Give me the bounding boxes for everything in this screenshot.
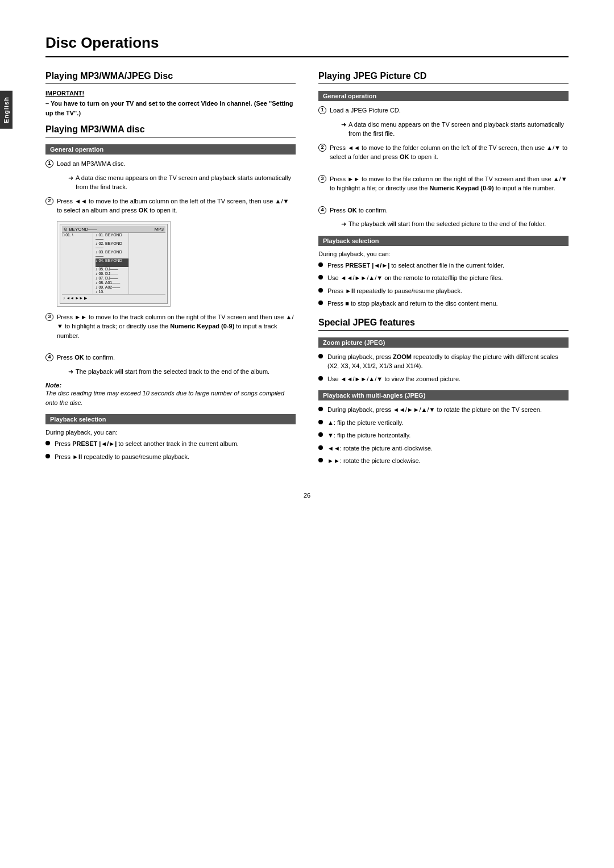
disc-screenshot-inner: ⊙ BEYOND—— MP3 □ 01. \ ♪ 01. BEYOND—— ♪ … — [60, 224, 168, 304]
bullet-text-1: Press PRESET |◄/►| to select another tra… — [55, 439, 239, 449]
step-2-jpeg-text: Press ◄◄ to move to the folder column on… — [330, 143, 569, 162]
track-08: ♪ 08. A01—— — [96, 281, 128, 285]
step-4-mp3: 4 Press OK to confirm. — [45, 353, 296, 362]
step-1-jpeg-arrow: ➜ A data disc menu appears on the TV scr… — [341, 120, 569, 139]
bullet-dot-m4 — [318, 445, 323, 450]
disc-col-tracks: ♪ 01. BEYOND—— ♪ 02. BEYOND—— ♪ 03. BEYO… — [93, 233, 128, 294]
track-04-highlight: ♪ 04. BEYOND—— — [96, 258, 128, 267]
bullet-zoom-2: Use ◄◄/►►/▲/▼ to view the zoomed picture… — [318, 374, 569, 384]
subsection-multi-angles: Playback with multi-angles (JPEG) — [318, 390, 569, 400]
bullet-text-m3: ▼: flip the picture horizontally. — [327, 431, 410, 440]
note-text: The disc reading time may exceed 10 seco… — [45, 389, 296, 407]
bullet-ma-5: ►►: rotate the picture clockwise. — [318, 456, 569, 466]
step-4-arrow: ➜ The playback will start from the selec… — [68, 367, 296, 377]
note-label: Note: — [45, 382, 296, 389]
bullet-text-r2: Use ◄◄/►►/▲/▼ on the remote to rotate/fl… — [327, 273, 503, 283]
bullet-pause-right: Press ►II repeatedly to pause/resume pla… — [318, 286, 569, 296]
right-column: Playing JPEG Picture CD General operatio… — [318, 71, 569, 469]
step-3-mp3: 3 Press ►► to move to the track column o… — [45, 312, 296, 341]
bullet-stop-right: Press ■ to stop playback and return to t… — [318, 299, 569, 308]
disc-header-left: ⊙ BEYOND—— — [64, 227, 97, 232]
bullet-rotate-right: Use ◄◄/►►/▲/▼ on the remote to rotate/fl… — [318, 273, 569, 283]
bullet-dot-2 — [45, 454, 50, 458]
mp3-steps-list: 1 Load an MP3/WMA disc. ➜ A data disc me… — [45, 159, 296, 215]
track-10: ♪ 10. — [96, 290, 128, 294]
disc-content: □ 01. \ ♪ 01. BEYOND—— ♪ 02. BEYOND—— ♪ … — [62, 233, 165, 294]
disc-album-row: □ 01. \ — [62, 233, 93, 237]
step-1-jpeg-text: Load a JPEG Picture CD. — [330, 106, 401, 115]
disc-screenshot: ⊙ BEYOND—— MP3 □ 01. \ ♪ 01. BEYOND—— ♪ … — [57, 221, 171, 307]
subsection-zoom-jpeg: Zoom picture (JPEG) — [318, 337, 569, 348]
disc-header-right: MP3 — [155, 227, 164, 232]
step-3-jpeg-text: Press ►► to move to the file column on t… — [330, 174, 569, 193]
section-jpeg-title: Playing JPEG Picture CD — [318, 71, 569, 84]
arrow-sym-1: ➜ — [68, 173, 73, 183]
bullet-text-r4: Press ■ to stop playback and return to t… — [327, 299, 498, 308]
step-num-3: 3 — [45, 313, 53, 321]
bullet-ma-3: ▼: flip the picture horizontally. — [318, 431, 569, 440]
step-1-jpeg: 1 Load a JPEG Picture CD. — [318, 106, 569, 115]
step-1-jpeg-arrow-text: A data disc menu appears on the TV scree… — [349, 120, 569, 139]
important-text: – You have to turn on your TV and set to… — [45, 99, 296, 118]
bullet-dot-m3 — [318, 432, 323, 437]
bullet-ma-4: ◄◄: rotate the picture anti-clockwise. — [318, 444, 569, 453]
subsection-general-op-left: General operation — [45, 144, 296, 155]
bullet-dot-m2 — [318, 420, 323, 424]
step-num-j2: 2 — [318, 144, 326, 152]
step-4-text: Press OK to confirm. — [57, 353, 115, 362]
bullet-dot-r2 — [318, 275, 323, 279]
subsection-playback-left: Playback selection — [45, 414, 296, 424]
track-03: ♪ 03. BEYOND—— — [96, 250, 128, 258]
step-4-jpeg-arrow-text: The playback will start from the selecte… — [349, 219, 546, 229]
step-2-jpeg: 2 Press ◄◄ to move to the folder column … — [318, 143, 569, 162]
spacer-j3 — [318, 198, 569, 201]
step-4-jpeg-text: Press OK to confirm. — [330, 206, 388, 215]
zoom-bullets: During playback, press ZOOM repeatedly t… — [318, 352, 569, 384]
step-4-jpeg: 4 Press OK to confirm. — [318, 206, 569, 215]
page-title: Disc Operations — [45, 34, 569, 57]
step-num-4: 4 — [45, 353, 53, 361]
disc-col-right — [128, 233, 165, 294]
track-07: ♪ 07. DJ—— — [96, 276, 128, 281]
step-num-j1: 1 — [318, 106, 326, 114]
step-4-jpeg-arrow: ➜ The playback will start from the selec… — [341, 219, 569, 229]
disc-footer: ♪ ◄◄ ►► ▶ — [62, 294, 165, 302]
left-column: Playing MP3/WMA/JPEG Disc IMPORTANT! – Y… — [45, 71, 296, 469]
step-1-mp3: 1 Load an MP3/WMA disc. — [45, 159, 296, 169]
bullet-pause-left: Press ►II repeatedly to pause/resume pla… — [45, 452, 296, 462]
step-num-2: 2 — [45, 197, 53, 205]
spacer-j2 — [318, 166, 569, 170]
bullet-ma-2: ▲: flip the picture vertically. — [318, 418, 569, 428]
step-3-jpeg: 3 Press ►► to move to the file column on… — [318, 174, 569, 193]
step-2-mp3: 2 Press ◄◄ to move to the album column o… — [45, 197, 296, 215]
bullet-text-2: Press ►II repeatedly to pause/resume pla… — [55, 452, 189, 462]
bullet-dot-r4 — [318, 301, 323, 305]
bullet-preset-left: Press PRESET |◄/►| to select another tra… — [45, 439, 296, 449]
language-tab: English — [0, 91, 13, 129]
mp3-steps-list-2: 3 Press ►► to move to the track column o… — [45, 312, 296, 377]
section-mp3-wma-title: Playing MP3/WMA disc — [45, 124, 296, 137]
bullet-text-r3: Press ►II repeatedly to pause/resume pla… — [327, 286, 462, 296]
subsection-general-op-right: General operation — [318, 91, 569, 101]
bullet-preset-right: Press PRESET |◄/►| to select another fil… — [318, 261, 569, 270]
bullet-text-m2: ▲: flip the picture vertically. — [327, 418, 404, 428]
spacer-3 — [45, 345, 296, 348]
bullet-text-m4: ◄◄: rotate the picture anti-clockwise. — [327, 444, 433, 453]
bullet-dot-z1 — [318, 354, 323, 358]
step-num-1: 1 — [45, 160, 53, 168]
playback-during-left: During playback, you can: — [45, 429, 296, 436]
track-06: ♪ 06. DJ—— — [96, 272, 128, 276]
step-1-arrow: ➜ A data disc menu appears on the TV scr… — [57, 173, 296, 192]
step-4-arrow-li: ➜ The playback will start from the selec… — [57, 367, 296, 377]
step-1-arrow-content: A data disc menu appears on the TV scree… — [76, 173, 296, 192]
bullet-ma-1: During playback, press ◄◄/►►/▲/▼ to rota… — [318, 405, 569, 415]
track-01: ♪ 01. BEYOND—— — [96, 233, 128, 241]
step-2-text: Press ◄◄ to move to the album column on … — [57, 197, 296, 215]
step-4-arrow-text: The playback will start from the selecte… — [76, 367, 269, 377]
step-4-jpeg-arrow-li: ➜ The playback will start from the selec… — [330, 219, 569, 229]
note-box: Note: The disc reading time may exceed 1… — [45, 382, 296, 407]
disc-header: ⊙ BEYOND—— MP3 — [62, 226, 165, 233]
page-number: 26 — [45, 492, 569, 499]
step-num-j3: 3 — [318, 175, 326, 183]
bullet-text-m1: During playback, press ◄◄/►►/▲/▼ to rota… — [327, 405, 542, 415]
